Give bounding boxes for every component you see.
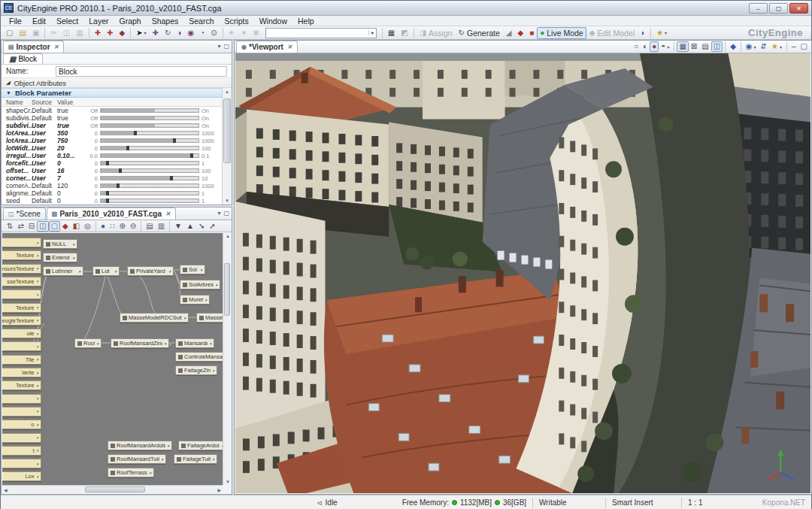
rule-node-faitagezinc[interactable]: FaitageZinc▾ <box>175 365 217 375</box>
chevron-down-icon[interactable]: ▾ <box>368 30 376 35</box>
scroll-up-icon[interactable]: ▲ <box>226 234 230 238</box>
open-folder-icon[interactable]: ▤ <box>16 27 29 39</box>
menu-layer[interactable]: Layer <box>83 17 114 26</box>
chevron-down-icon[interactable]: ▾ <box>212 368 214 373</box>
rule-node-faitagetuile[interactable]: FaitageTuile▾ <box>174 454 217 464</box>
scrollbar-thumb[interactable] <box>224 263 230 316</box>
menu-select[interactable]: Select <box>51 17 83 26</box>
param-row[interactable]: shapeCr...DefaulttrueOffOn <box>2 107 232 114</box>
chevron-down-icon[interactable]: ▾ <box>114 269 117 274</box>
pan-tool-icon[interactable]: ⊙ <box>208 27 220 39</box>
tab-viewport[interactable]: ◉ *Viewport ✕ <box>236 41 298 53</box>
scrollbar-thumb[interactable] <box>85 486 145 492</box>
slider-track[interactable] <box>100 131 199 135</box>
chevron-down-icon[interactable]: ▾ <box>167 444 169 448</box>
look-tool-icon[interactable]: ◔ <box>197 27 208 39</box>
chevron-down-icon[interactable]: ▾ <box>665 30 667 35</box>
panel-minimize-icon[interactable]: – <box>789 41 798 52</box>
param-row[interactable]: subdivi...UsertrueOffOn <box>2 122 232 129</box>
param-row[interactable]: subdivis...DefaulttrueOffOn <box>2 114 232 122</box>
slider-track[interactable] <box>100 116 199 120</box>
graph-layout-horizontal-icon[interactable]: ⇄ <box>15 221 26 232</box>
param-slider[interactable]: OffOn <box>83 123 232 129</box>
slider-track[interactable] <box>100 153 199 158</box>
param-value[interactable]: true <box>57 114 83 122</box>
chevron-down-icon[interactable]: ▾ <box>667 44 669 50</box>
add-shape-icon[interactable]: ◆ <box>116 27 128 39</box>
chevron-down-icon[interactable]: ▾ <box>215 283 217 287</box>
param-value[interactable]: 0 <box>57 159 83 167</box>
chevron-down-icon[interactable]: ▾ <box>36 344 38 349</box>
chevron-down-icon[interactable]: ▾ <box>168 269 171 274</box>
graph-compact-icon[interactable]: ⊟ <box>26 221 37 232</box>
rule-node-muret[interactable]: Muret▾ <box>180 295 210 304</box>
rule-node-controlemansard[interactable]: ControleMansard▾ <box>175 352 223 362</box>
param-value[interactable]: 120 <box>57 182 83 189</box>
shading-wireframe-icon[interactable]: ○ <box>632 41 641 52</box>
shading-textured-icon[interactable]: ● <box>650 41 659 52</box>
chevron-down-icon[interactable]: ▾ <box>144 30 147 35</box>
close-icon[interactable]: ✕ <box>165 211 171 217</box>
rule-node-lot[interactable]: Lot▾ <box>92 266 120 276</box>
key-icon[interactable]: ★▾ <box>653 27 670 39</box>
param-slider[interactable]: 01 <box>83 198 232 205</box>
chevron-down-icon[interactable]: ▾ <box>36 371 38 375</box>
gen-opt1-icon[interactable]: ◢ <box>503 27 515 39</box>
texture-node[interactable]: o▾ <box>2 420 41 429</box>
rule-node-null[interactable]: NULL▾ <box>43 239 77 249</box>
tab-block[interactable]: ▦ Block <box>3 53 43 64</box>
chevron-down-icon[interactable]: ▾ <box>72 256 74 260</box>
close-icon[interactable]: ✕ <box>54 44 59 50</box>
chevron-down-icon[interactable]: ▾ <box>36 266 38 271</box>
maximize-button[interactable]: ▢ <box>769 3 788 14</box>
camera-icon[interactable]: ◆ <box>728 41 738 52</box>
chevron-down-icon[interactable]: ▾ <box>36 253 38 258</box>
rule-node-roofterrasse[interactable]: RoofTerrasse▾ <box>108 468 154 477</box>
chevron-down-icon[interactable]: ▾ <box>754 44 756 50</box>
param-row[interactable]: forcefit...User001 <box>2 159 232 167</box>
rule-file-combo[interactable]: ▾ <box>265 28 377 38</box>
graph-flow2-icon[interactable]: ➚ <box>207 221 217 232</box>
texture-node[interactable]: sseTexture▾ <box>2 277 41 286</box>
menu-search[interactable]: Search <box>183 17 219 26</box>
gen-opt2-icon[interactable]: ◆ <box>514 27 526 39</box>
texture-node[interactable]: lante▾ <box>2 368 41 377</box>
expand-all-icon[interactable]: ▲ <box>184 221 196 232</box>
rule-node-massemodelrdc[interactable]: MasseModelRDC▾ <box>196 313 223 323</box>
panel-maximize-icon[interactable]: ▢ <box>223 210 229 217</box>
param-slider[interactable]: 0100 <box>83 168 232 174</box>
texture-node[interactable]: ▾ <box>2 289 41 299</box>
param-row[interactable]: lotWidt...User200100 <box>2 144 232 152</box>
chevron-down-icon[interactable]: ▾ <box>36 462 38 466</box>
param-slider[interactable]: 0.00.1 <box>83 153 232 159</box>
zoom-in-icon[interactable]: ⊕ <box>117 221 127 232</box>
bookmark-camera-icon[interactable]: ◉▾ <box>744 41 759 52</box>
param-row[interactable]: offset...User160100 <box>2 167 232 174</box>
menu-window[interactable]: Window <box>254 17 292 26</box>
param-row[interactable]: corner...User7010 <box>2 174 232 182</box>
move-tool-icon[interactable]: ✚ <box>150 27 162 39</box>
panel-maximize-icon[interactable]: ▢ <box>798 41 810 52</box>
rule-node-solarbres[interactable]: SolArbres▾ <box>180 280 220 289</box>
panel-maximize-icon[interactable]: ▢ <box>223 43 229 50</box>
param-value[interactable]: 0 <box>57 189 83 197</box>
graph-vscrollbar[interactable]: ▲ ▼ <box>223 233 231 485</box>
scroll-left-icon[interactable]: ◀ <box>4 487 8 492</box>
menu-shapes[interactable]: Shapes <box>147 17 184 26</box>
panel-menu-icon[interactable]: ▾ <box>217 43 220 50</box>
compass-icon[interactable]: ◫ <box>711 41 723 52</box>
graph-edit-icon[interactable]: ◆ <box>60 221 71 232</box>
name-field[interactable]: Block <box>56 66 227 77</box>
texture-node[interactable]: ▾ <box>2 238 41 247</box>
grid-toggle-icon[interactable]: ▦ <box>677 41 688 52</box>
chevron-down-icon[interactable]: ▾ <box>161 457 163 462</box>
chevron-down-icon[interactable]: ▾ <box>36 292 38 297</box>
chevron-down-icon[interactable]: ▾ <box>36 423 38 427</box>
param-slider[interactable]: 01000 <box>83 183 232 189</box>
texture-node[interactable]: t▾ <box>2 446 41 456</box>
collapse-all-icon[interactable]: ▼ <box>172 221 184 232</box>
rule-node-massemodelrdcsub[interactable]: MasseModelRDCSub▾ <box>120 313 189 323</box>
param-row[interactable]: irregul...User0.10...0.00.1 <box>2 152 232 159</box>
menu-help[interactable]: Help <box>292 17 320 26</box>
param-value[interactable]: 350 <box>57 129 83 137</box>
